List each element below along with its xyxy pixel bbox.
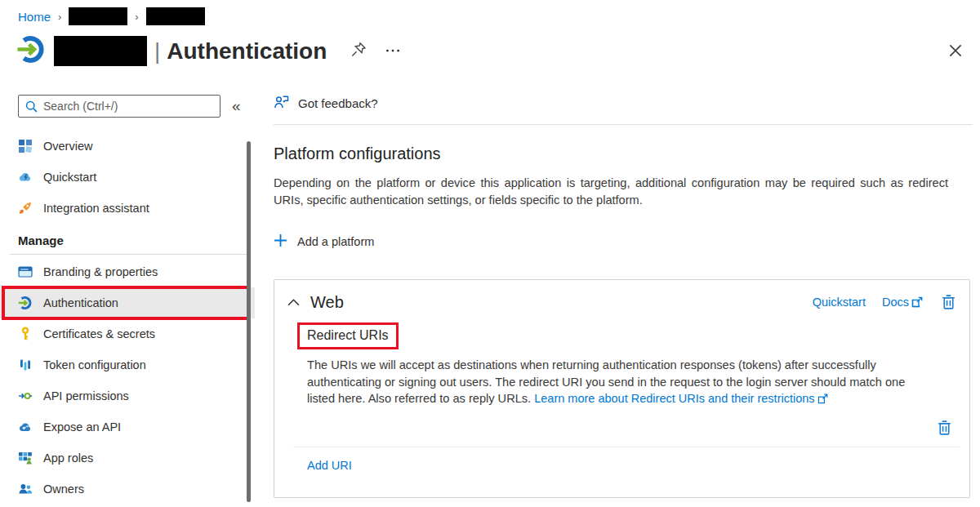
collapse-sidebar-button[interactable]: «	[232, 97, 241, 115]
overview-icon	[18, 139, 33, 153]
sidebar-item-label: Quickstart	[43, 171, 96, 184]
annotation-box-redirect-uris: Redirect URIs	[297, 322, 399, 349]
quickstart-icon	[18, 170, 33, 185]
platform-configurations-title: Platform configurations	[274, 145, 973, 163]
collapse-web-section-button[interactable]	[287, 298, 300, 307]
sidebar-item-expose-an-api[interactable]: Expose an API	[0, 411, 255, 443]
more-options-icon	[384, 41, 402, 61]
sidebar-item-label: Integration assistant	[43, 202, 149, 215]
owners-icon	[18, 482, 33, 496]
feedback-icon	[274, 94, 290, 113]
got-feedback-label: Got feedback?	[298, 96, 378, 110]
pin-button[interactable]	[348, 39, 369, 63]
breadcrumb-separator: ›	[58, 11, 61, 23]
search-input[interactable]	[18, 95, 220, 118]
sidebar-item-app-roles[interactable]: App roles	[0, 443, 255, 474]
breadcrumb-redacted-item[interactable]	[69, 7, 127, 25]
authentication-icon	[18, 296, 33, 310]
web-platform-card: Web Quickstart Docs Redirect URIs The UR…	[274, 279, 970, 498]
search-icon	[24, 100, 38, 113]
add-a-platform-button[interactable]: Add a platform	[274, 233, 374, 250]
token-configuration-icon	[18, 358, 33, 372]
page-header: |Authentication	[16, 34, 403, 68]
sidebar-item-label: App roles	[43, 451, 93, 465]
expose-api-icon	[18, 420, 33, 434]
learn-more-label: Learn more about Redirect URIs and their…	[534, 390, 814, 407]
sidebar-item-authentication[interactable]: Authentication	[0, 287, 255, 318]
breadcrumb-redacted-item[interactable]	[146, 7, 205, 25]
app-registration-icon	[16, 34, 47, 68]
redirect-uri-row	[274, 411, 969, 447]
page-title: |Authentication	[154, 38, 327, 64]
app-roles-icon	[18, 451, 33, 465]
learn-more-link[interactable]: Learn more about Redirect URIs and their…	[534, 390, 827, 407]
breadcrumb-separator: ›	[135, 11, 138, 23]
title-separator: |	[154, 38, 160, 64]
header-divider	[274, 124, 973, 125]
sidebar-item-quickstart[interactable]: Quickstart	[0, 162, 255, 193]
sidebar-section-manage: Manage	[0, 224, 255, 254]
plus-icon	[274, 233, 287, 250]
external-link-icon	[911, 296, 923, 308]
breadcrumb: Home › ›	[18, 7, 205, 25]
page-title-text: Authentication	[167, 38, 327, 64]
annotation-box-authentication	[2, 286, 251, 320]
delete-web-platform-button[interactable]	[939, 292, 958, 312]
got-feedback-button[interactable]: Got feedback?	[274, 91, 973, 114]
platform-configurations-description: Depending on the platform or device this…	[274, 175, 948, 209]
app-name-redacted	[54, 36, 147, 66]
chevron-up-icon	[287, 298, 300, 307]
main-content: Got feedback? Platform configurations De…	[274, 91, 973, 498]
sidebar-item-branding-properties[interactable]: www Branding & properties	[0, 256, 255, 287]
breadcrumb-home-link[interactable]: Home	[18, 10, 51, 24]
web-quickstart-link[interactable]: Quickstart	[813, 296, 866, 309]
sidebar-item-api-permissions[interactable]: API permissions	[0, 380, 255, 411]
web-docs-label: Docs	[882, 296, 909, 309]
sidebar-item-label: API permissions	[43, 389, 129, 402]
sidebar-item-label: Token configuration	[43, 358, 146, 371]
api-permissions-icon	[18, 389, 33, 403]
close-button[interactable]	[944, 39, 967, 64]
sidebar-item-label: Certificates & secrets	[43, 327, 155, 340]
integration-assistant-icon	[18, 201, 33, 216]
redirect-uris-description: The URIs we will accept as destinations …	[307, 357, 906, 407]
delete-uri-button[interactable]	[935, 418, 954, 438]
uri-list-divider	[293, 447, 960, 447]
svg-text:www: www	[20, 267, 29, 271]
sidebar-item-token-configuration[interactable]: Token configuration	[0, 349, 255, 380]
sidebar-item-label: Owners	[43, 483, 84, 496]
pin-icon	[350, 41, 368, 61]
delete-icon	[937, 420, 952, 436]
add-a-platform-label: Add a platform	[297, 235, 374, 248]
add-uri-button[interactable]: Add URI	[307, 459, 352, 472]
redirect-uris-label: Redirect URIs	[307, 328, 389, 342]
web-quickstart-label: Quickstart	[813, 296, 866, 309]
sidebar-item-owners[interactable]: Owners	[0, 474, 255, 505]
sidebar-item-integration-assistant[interactable]: Integration assistant	[0, 193, 255, 224]
sidebar-divider	[10, 254, 248, 255]
sidebar-item-label: Overview	[43, 140, 92, 153]
web-card-title: Web	[310, 293, 344, 312]
certificates-icon	[18, 327, 33, 341]
more-options-button[interactable]	[382, 39, 403, 63]
branding-icon: www	[18, 265, 33, 279]
sidebar-item-label: Branding & properties	[43, 265, 158, 278]
sidebar-item-label: Expose an API	[43, 420, 121, 434]
sidebar-item-overview[interactable]: Overview	[0, 131, 255, 162]
external-link-icon	[817, 394, 828, 404]
close-icon	[946, 41, 965, 63]
sidebar-scrollbar[interactable]	[247, 141, 251, 502]
sidebar-item-certificates-secrets[interactable]: Certificates & secrets	[0, 318, 255, 349]
sidebar-item-label: Authentication	[43, 296, 118, 309]
sidebar: « Overview Quickstart	[0, 87, 255, 505]
delete-icon	[941, 294, 956, 310]
web-docs-link[interactable]: Docs	[882, 296, 923, 309]
